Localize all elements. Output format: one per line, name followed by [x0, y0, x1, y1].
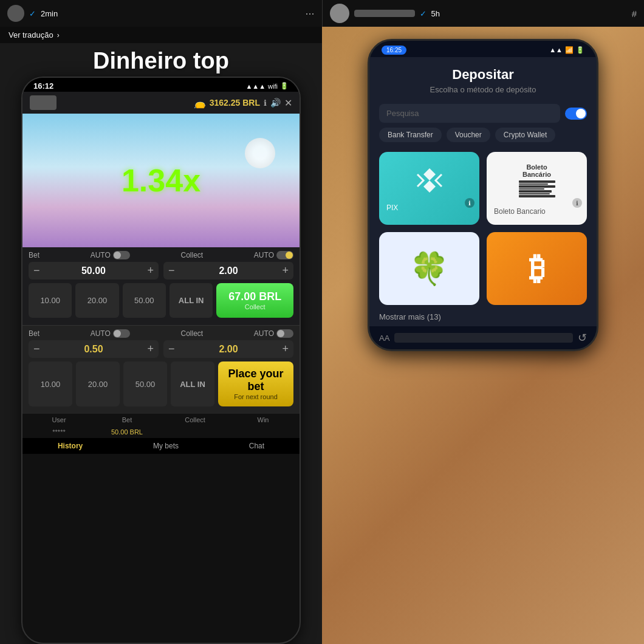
translate-arrow: › [57, 31, 60, 39]
status-icons-right: ▲▲ 📶 🔋 [549, 46, 584, 54]
place-bet-button[interactable]: Place your bet For next round [218, 361, 293, 406]
collect-auto-text-2: AUTO [254, 329, 274, 338]
bet-value-1[interactable]: 50.00 [45, 265, 143, 276]
collect-value-2[interactable]: 2.00 [180, 344, 278, 355]
collect-plus-2[interactable]: + [282, 343, 289, 355]
collect-plus-1[interactable]: + [282, 264, 289, 277]
toggle-knob [576, 109, 586, 118]
bet-section-2: Bet AUTO Collect AUTO − 0.50 + [22, 325, 300, 414]
bet-minus-2[interactable]: − [33, 343, 40, 355]
payment-bitcoin[interactable]: ₿ [487, 232, 587, 305]
pix-logo [411, 162, 448, 199]
boleto-info[interactable]: ℹ [572, 198, 582, 208]
nav-mybets[interactable]: My bets [153, 442, 179, 450]
search-row: Pesquisa [369, 99, 597, 128]
col-user-val: ***** [29, 428, 89, 436]
auto-toggle-1[interactable] [113, 251, 130, 259]
collect-label-1: Collect [180, 251, 203, 259]
col-win-val [233, 428, 293, 436]
quick-50-2[interactable]: 50.00 [123, 361, 167, 406]
boleto-label: Boleto Bancario [487, 205, 587, 218]
more-options-btn[interactable]: ··· [305, 7, 314, 20]
status-icons: ▲▲▲ wifi 🔋 [245, 82, 289, 90]
collect-auto-row-2: AUTO [254, 329, 293, 338]
bet-label-2: Bet [29, 329, 39, 338]
boleto-visual: BoletoBancário [514, 159, 560, 202]
top-bar-right: ✓ 5h # [323, 0, 645, 27]
balance-text: 3162.25 BRL [210, 98, 260, 108]
blurred-text-input [394, 333, 573, 343]
nav-tabs: History My bets Chat [22, 438, 300, 454]
col-bet: Bet [97, 416, 157, 423]
collect-toggle-1[interactable] [276, 251, 293, 259]
show-more-button[interactable]: Mostrar mais (13) [379, 312, 587, 321]
auto-toggle-2[interactable] [113, 329, 130, 338]
left-panel: Ver tradução › Dinheiro top 16:12 ▲▲▲ wi… [0, 27, 322, 644]
wallet-icon: 👝 [194, 97, 206, 109]
quick-50-1[interactable]: 50.00 [123, 283, 166, 318]
filter-bank-transfer[interactable]: Bank Transfer [379, 128, 442, 142]
bet-amount-group-2: − 0.50 + [29, 340, 159, 358]
phone-right-status: 16:25 ▲▲ 📶 🔋 [369, 41, 597, 57]
moon [245, 138, 275, 168]
filter-crypto[interactable]: Crypto Wallet [495, 128, 556, 142]
pix-info[interactable]: ℹ [465, 198, 474, 208]
top-bar-left: ✓ 2min ··· [0, 0, 323, 27]
collect-minus-2[interactable]: − [168, 343, 175, 355]
main-content: Ver tradução › Dinheiro top 16:12 ▲▲▲ wi… [0, 27, 644, 644]
nav-chat[interactable]: Chat [249, 442, 264, 450]
quick-20-2[interactable]: 20.00 [76, 361, 120, 406]
hashtag: # [632, 9, 637, 19]
info-icon[interactable]: ℹ [264, 98, 267, 108]
collect-minus-1[interactable]: − [168, 264, 175, 277]
search-toggle[interactable] [565, 108, 587, 120]
quick-10-2[interactable]: 10.00 [29, 361, 72, 406]
wifi-right: 📶 [565, 46, 574, 54]
payment-pix[interactable]: PIX ℹ [379, 152, 479, 225]
auto-text-1: AUTO [91, 251, 111, 259]
search-input[interactable]: Pesquisa [379, 104, 560, 123]
bet-minus-1[interactable]: − [33, 264, 40, 277]
balance-area: 👝 3162.25 BRL ℹ 🔊 ✕ [194, 97, 292, 109]
filter-voucher[interactable]: Voucher [447, 128, 490, 142]
sound-icon[interactable]: 🔊 [270, 98, 281, 108]
bet-inputs-2: − 0.50 + − 2.00 + [29, 340, 293, 358]
quick-20-1[interactable]: 20.00 [75, 283, 118, 318]
all-in-2[interactable]: ALL IN [171, 361, 214, 406]
game-area: 1.34x [22, 114, 300, 247]
signal-right: ▲▲ [549, 46, 563, 54]
bet-value-2[interactable]: 0.50 [45, 344, 143, 355]
all-in-1[interactable]: ALL IN [170, 283, 213, 318]
quick-bets-1: 10.00 20.00 50.00 ALL IN 67.00 BRL Colle… [29, 283, 293, 318]
avatar-right [330, 4, 349, 23]
payment-clover[interactable]: 🍀 [379, 232, 479, 305]
filter-tabs: Bank Transfer Voucher Crypto Wallet [369, 128, 597, 147]
bet-label-1: Bet [29, 251, 39, 259]
verified-icon-left: ✓ [29, 9, 36, 18]
nav-history[interactable]: History [58, 442, 83, 450]
collect-value-1[interactable]: 2.00 [180, 265, 278, 276]
close-button[interactable]: ✕ [284, 97, 292, 109]
payment-grid: PIX ℹ BoletoBancário [369, 147, 597, 310]
reload-button[interactable]: ↺ [578, 331, 587, 344]
auto-text-2: AUTO [91, 329, 111, 338]
col-bet-val: 50.00 BRL [97, 428, 157, 436]
translate-bar[interactable]: Ver tradução › [0, 27, 322, 43]
payment-boleto[interactable]: BoletoBancário Boleto Bancario ℹ [487, 152, 587, 225]
translate-text: Ver tradução [9, 30, 53, 39]
bet-section-1: Bet AUTO Collect AUTO − 50.00 + [22, 247, 300, 325]
top-bar: ✓ 2min ··· ✓ 5h # [0, 0, 644, 27]
battery-icon: 🔋 [280, 82, 289, 90]
bet-plus-2[interactable]: + [147, 343, 154, 355]
battery-right: 🔋 [576, 46, 584, 54]
collect-button-1[interactable]: 67.00 BRL Collect [216, 283, 293, 318]
collect-toggle-2[interactable] [276, 329, 293, 338]
col-collect-val [165, 428, 225, 436]
bottom-data-row: ***** 50.00 BRL [22, 426, 300, 438]
bottom-bar: User Bet Collect Win [22, 414, 300, 426]
username-right [354, 10, 415, 17]
collect-auto-text-1: AUTO [254, 251, 274, 259]
deposit-subtitle: Escolha o método de depósito [379, 85, 587, 94]
quick-10-1[interactable]: 10.00 [29, 283, 72, 318]
bet-plus-1[interactable]: + [147, 264, 154, 277]
